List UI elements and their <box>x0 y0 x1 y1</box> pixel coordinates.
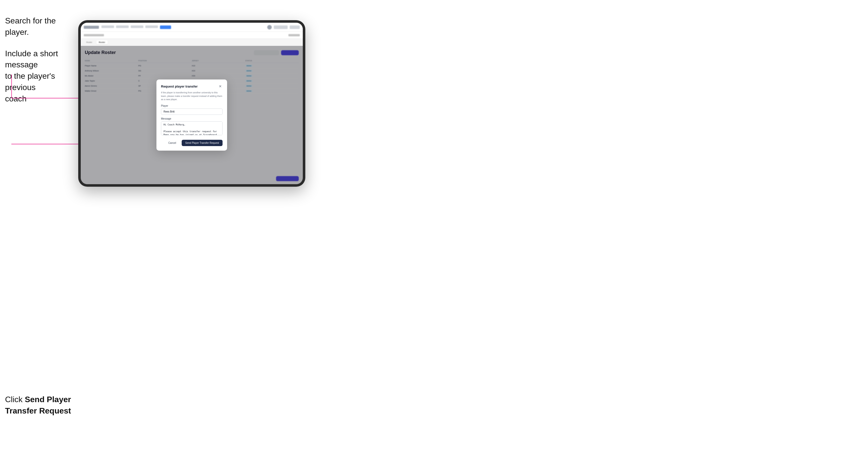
transfer-request-modal: Request player transfer ✕ If the player … <box>156 80 227 151</box>
header-nav <box>101 26 171 29</box>
annotation-search-text: Search for the player. <box>5 15 76 38</box>
page-content: Update Roster Name Position Jersey Statu… <box>81 46 303 184</box>
player-label: Player <box>161 104 222 107</box>
tablet-screen: Roster Roster Update Roster Name Positio… <box>81 23 303 184</box>
nav-item-4 <box>145 26 158 28</box>
breadcrumb-bar <box>84 34 104 36</box>
header-logo <box>84 26 99 29</box>
message-label: Message <box>161 117 222 120</box>
modal-close-button[interactable]: ✕ <box>218 84 222 89</box>
nav-item-1 <box>101 26 114 28</box>
modal-actions: Cancel Send Player Transfer Request <box>161 140 222 146</box>
header-right <box>267 25 300 30</box>
nav-item-5-active <box>160 26 171 29</box>
header-btn <box>274 26 288 29</box>
header-btn-2 <box>290 26 300 29</box>
modal-header: Request player transfer ✕ <box>161 84 222 89</box>
tab-item-2-active: Roster <box>96 40 108 44</box>
nav-item-2 <box>116 26 129 28</box>
header-avatar <box>267 25 272 30</box>
send-transfer-request-button[interactable]: Send Player Transfer Request <box>182 140 222 146</box>
sub-header-link <box>288 34 300 36</box>
annotation-message-text: Include a short messageto the player's p… <box>5 48 76 104</box>
arrow-line-vertical-1 <box>11 74 12 98</box>
annotation-click-text: Click Send PlayerTransfer Request <box>5 394 76 416</box>
annotations-area: Search for the player. Include a short m… <box>5 15 76 104</box>
modal-description: If the player is transferring from anoth… <box>161 91 222 101</box>
tab-item-1: Roster <box>84 40 95 44</box>
sub-header <box>81 32 303 39</box>
modal-overlay: Request player transfer ✕ If the player … <box>81 46 303 184</box>
tablet-frame: Roster Roster Update Roster Name Positio… <box>78 20 305 187</box>
message-textarea[interactable]: Hi Coach McHarg, Please accept this tran… <box>161 121 222 135</box>
nav-item-3 <box>131 26 143 28</box>
tab-bar: Roster Roster <box>81 39 303 46</box>
cancel-button[interactable]: Cancel <box>165 140 180 146</box>
app-header <box>81 23 303 32</box>
player-input[interactable] <box>161 108 222 115</box>
modal-title: Request player transfer <box>161 85 197 88</box>
